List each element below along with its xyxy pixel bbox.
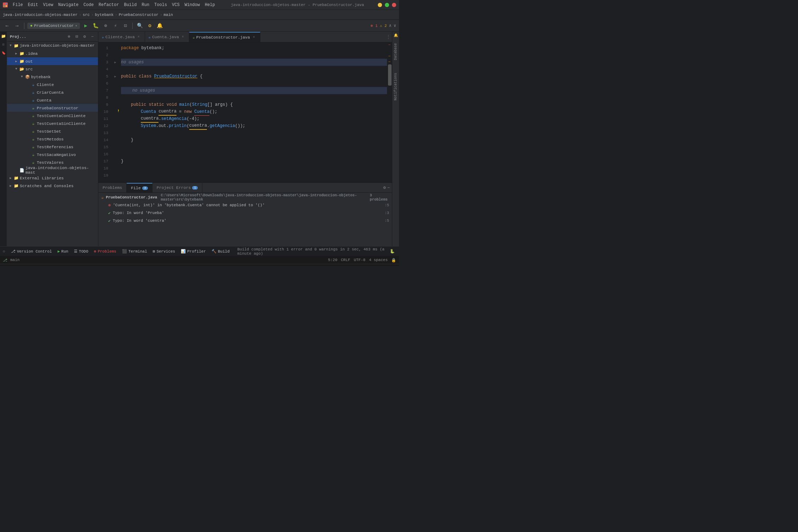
tree-item-criarcuenta[interactable]: ▶ ☕ CriarCuenta xyxy=(7,88,98,96)
tree-item-prueba[interactable]: ▶ ☕ PruebaConstructor xyxy=(7,104,98,112)
problem-error-line: :5 xyxy=(384,203,389,207)
run-button[interactable]: ▶ xyxy=(81,22,90,30)
structure-icon[interactable]: ⊞ xyxy=(1,42,6,47)
fold-method-button[interactable]: ▶ xyxy=(112,73,118,80)
bottom-tab-project-errors[interactable]: Project Errors 1 xyxy=(152,183,203,192)
profile-button[interactable]: ⚡ xyxy=(111,22,120,30)
maximize-button[interactable] xyxy=(385,3,389,7)
tree-root[interactable]: ▼ 📁 java-introduccion-objetos-master xyxy=(7,42,98,50)
menu-vcs[interactable]: VCS xyxy=(170,2,182,8)
vcs-forward-button[interactable]: → xyxy=(13,22,21,30)
bottom-tab-problems[interactable]: Problems xyxy=(98,183,127,192)
tree-item-projfile[interactable]: ▶ 📄 java-introduccion-objetos-mast xyxy=(7,166,98,174)
problem-error-1[interactable]: ⊗ 'Cuenta(int, int)' in 'bytebank.Cuenta… xyxy=(98,201,392,209)
code-editor[interactable]: 1 2 3 4 5 6 7 8 9 10 11 12 13 14 15 16 1… xyxy=(98,42,392,183)
tool-terminal[interactable]: ⬛ Terminal xyxy=(120,248,149,254)
breadcrumb-item-bytebank[interactable]: bytebank xyxy=(95,13,114,17)
tool-services[interactable]: ⊞ Services xyxy=(151,248,177,254)
tool-build[interactable]: 🔨 Build xyxy=(209,248,232,254)
breadcrumb-item-project[interactable]: java-introduccion-objetos-master xyxy=(3,13,77,17)
minimize-button[interactable] xyxy=(378,3,382,7)
problem-count: 3 problems xyxy=(370,193,389,202)
tree-item-out[interactable]: ▶ 📁 out xyxy=(7,57,98,65)
bookmark-icon[interactable]: 🔖 xyxy=(1,50,6,56)
tool-run[interactable]: ▶ Run xyxy=(56,248,70,254)
project-icon[interactable]: 📁 xyxy=(1,33,6,39)
stop-button[interactable]: ⊡ xyxy=(121,22,129,30)
run-config-selector[interactable]: ● PruebaConstructor ▾ xyxy=(27,23,80,29)
code-line-10: 💡 Cuenta cuentra = new Cuenta(); xyxy=(121,108,387,115)
close-button[interactable] xyxy=(392,3,396,7)
tree-item-test1[interactable]: ▶ ☕ TestCuentaConCliente xyxy=(7,112,98,120)
menu-edit[interactable]: Edit xyxy=(26,2,40,8)
notifications-button[interactable]: 🔔 xyxy=(155,22,164,30)
menu-code[interactable]: Code xyxy=(81,2,96,8)
bottom-tabs: Problems File 3 Project Errors 1 ⚙ − xyxy=(98,183,392,193)
tree-item-test7[interactable]: ▶ ☕ TestValores xyxy=(7,158,98,166)
menu-view[interactable]: View xyxy=(41,2,56,8)
fold-class-button[interactable]: ▶ xyxy=(112,59,118,66)
scrollbar-thumb[interactable] xyxy=(388,64,392,86)
menu-build[interactable]: Build xyxy=(122,2,139,8)
tree-item-extlib[interactable]: ▶ 📁 External Libraries xyxy=(7,174,98,182)
tree-item-cliente[interactable]: ▶ ☕ Cliente xyxy=(7,81,98,88)
line-numbers: 1 2 3 4 5 6 7 8 9 10 11 12 13 14 15 16 1… xyxy=(98,42,112,183)
breadcrumb-item-class[interactable]: PruebaConstructor xyxy=(119,13,158,17)
tree-item-test5[interactable]: ▶ ☕ TestReferencias xyxy=(7,143,98,151)
tool-todo[interactable]: ☰ TODO xyxy=(72,248,90,254)
tab-cuenta[interactable]: ☕ Cuenta.java × xyxy=(145,32,189,42)
cursor-position: 5:20 xyxy=(328,258,337,262)
tree-item-cuenta[interactable]: ▶ ☕ Cuenta xyxy=(7,96,98,104)
vcs-back-button[interactable]: ← xyxy=(3,22,11,30)
breadcrumb-item-method[interactable]: main xyxy=(164,13,173,17)
menu-navigate[interactable]: Navigate xyxy=(56,2,81,8)
menu-window[interactable]: Window xyxy=(183,2,202,8)
tree-item-idea[interactable]: ▶ 📁 .idea xyxy=(7,50,98,57)
panel-collapse-button[interactable]: ⊟ xyxy=(74,34,80,40)
tab-close-cliente[interactable]: × xyxy=(136,35,141,40)
panel-gear-button[interactable]: ⚙ xyxy=(82,34,87,40)
tab-close-cuenta[interactable]: × xyxy=(180,35,185,40)
tree-item-test4[interactable]: ▶ ☕ TestMetodos xyxy=(7,135,98,143)
tree-item-test6[interactable]: ▶ ☕ TestSacaNegativo xyxy=(7,151,98,158)
panel-close-icon[interactable]: − xyxy=(387,185,390,190)
tree-item-src[interactable]: ▼ 📂 src xyxy=(7,65,98,73)
tab-cliente[interactable]: ☕ Cliente.java × xyxy=(98,32,145,42)
menu-run[interactable]: Run xyxy=(139,2,151,8)
tab-close-prueba[interactable]: × xyxy=(251,35,256,40)
panel-add-button[interactable]: ⊕ xyxy=(66,34,72,40)
debug-button[interactable]: 🐛 xyxy=(91,22,100,30)
menu-help[interactable]: Help xyxy=(203,2,217,8)
tree-item-test2[interactable]: ▶ ☕ TestCuentaSinCliente xyxy=(7,120,98,127)
menu-tools[interactable]: Tools xyxy=(152,2,169,8)
tool-profiler[interactable]: 📊 Profiler xyxy=(179,248,208,254)
menu-refactor[interactable]: Refactor xyxy=(97,2,121,8)
panel-settings-icon[interactable]: ⚙ xyxy=(383,185,386,190)
code-content[interactable]: package bytebank; no usages public class… xyxy=(118,42,387,183)
problem-warn-1[interactable]: ✔ Typo: In word 'Prueba' :3 xyxy=(98,209,392,217)
panel-close-button[interactable]: − xyxy=(89,34,95,40)
tab-prueba[interactable]: ☕ PruebaConstructor.java × xyxy=(189,32,260,42)
settings-button[interactable]: ⚙ xyxy=(145,22,154,30)
code-line-8 xyxy=(121,94,387,101)
tool-version-control[interactable]: ⎇ Version Control xyxy=(9,248,54,254)
warn-icon-2: ✔ xyxy=(108,219,111,223)
menu-file[interactable]: File xyxy=(11,2,25,8)
notifications-side-icon[interactable]: 🔔 xyxy=(394,33,398,37)
coverage-button[interactable]: ⊚ xyxy=(101,22,110,30)
problem-warn-2[interactable]: ✔ Typo: In word 'cuentra' :5 xyxy=(98,217,392,225)
tree-label-test2: TestCuentaSinCliente xyxy=(37,121,86,126)
tree-item-test3[interactable]: ▶ ☕ TestGetSet xyxy=(7,127,98,135)
tree-item-scratches[interactable]: ▶ 📁 Scratches and Consoles xyxy=(7,182,98,190)
search-button[interactable]: 🔍 xyxy=(135,22,144,30)
tree-item-bytebank[interactable]: ▼ 📦 bytebank xyxy=(7,73,98,81)
code-line-13 xyxy=(121,129,387,137)
svg-rect-0 xyxy=(4,3,5,5)
taskbar: ⊞ 🔍 Search 🗂 🌐 🎬 🎵 N ● 🦊 🎨 ☀ 85°F Mostly… xyxy=(0,264,399,266)
title-bar: File Edit View Navigate Code Refactor Bu… xyxy=(0,0,399,10)
breadcrumb-item-src[interactable]: src xyxy=(83,13,90,17)
tool-problems[interactable]: ⊗ Problems xyxy=(92,248,118,254)
problem-parent[interactable]: ☕ PruebaConstructor.java C:\Users\Micros… xyxy=(98,193,392,201)
tabs-menu-button[interactable]: ⋮ xyxy=(386,34,391,40)
bottom-tab-file[interactable]: File 3 xyxy=(127,183,152,192)
